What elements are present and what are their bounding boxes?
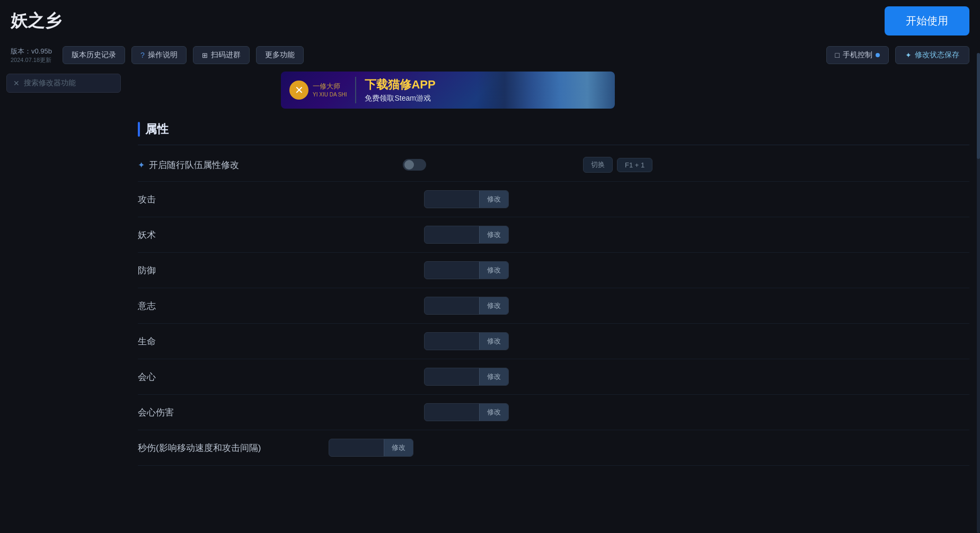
section-title: 属性 <box>145 121 169 137</box>
agility-modify-btn[interactable]: 修改 <box>384 439 413 456</box>
crit-dmg-input-modify: 修改 <box>424 403 509 421</box>
life-input-modify: 修改 <box>424 332 509 350</box>
wrench-ad-icon: ✕ <box>295 84 304 96</box>
crit-dmg-control: 修改 <box>424 403 509 421</box>
life-label: 生命 <box>138 335 286 348</box>
more-label: 更多功能 <box>265 50 295 60</box>
start-button[interactable]: 开始使用 <box>885 6 969 35</box>
save-state-label: 修改状态保存 <box>915 50 959 60</box>
life-modify-btn[interactable]: 修改 <box>479 333 508 350</box>
companion-hotkey-area: 切换 F1 + 1 <box>583 157 652 173</box>
life-control: 修改 <box>424 332 509 350</box>
crit-input[interactable] <box>425 369 479 385</box>
crit-control: 修改 <box>424 368 509 386</box>
ad-logo: ✕ 一修大师 YI XIU DA SHI <box>289 81 347 100</box>
life-input[interactable] <box>425 333 479 349</box>
defense-input-modify: 修改 <box>424 261 509 279</box>
feature-row-defense: 防御 修改 <box>138 253 969 288</box>
sparkle-companion-icon: ✦ <box>138 160 145 170</box>
companion-switch-btn[interactable]: 切换 <box>583 157 613 173</box>
scrollbar-thumb[interactable] <box>977 53 980 159</box>
question-icon: ? <box>140 51 145 59</box>
attack-input-modify: 修改 <box>424 190 509 208</box>
feature-row-crit-dmg: 会心伤害 修改 <box>138 395 969 430</box>
history-label: 版本历史记录 <box>72 50 116 60</box>
magic-modify-btn[interactable]: 修改 <box>479 226 508 243</box>
ad-banner[interactable]: ✕ 一修大师 YI XIU DA SHI 下载猫修APP 免费领取Steam游戏 <box>281 72 615 109</box>
feature-row-will: 意志 修改 <box>138 288 969 324</box>
ad-logo-line1: 一修大师 <box>313 82 347 91</box>
attack-control: 修改 <box>424 190 509 208</box>
scan-group-label: 扫码进群 <box>211 50 241 60</box>
section-accent-bar <box>138 122 140 137</box>
magic-label: 妖术 <box>138 229 286 241</box>
qr-icon: ⊞ <box>202 51 208 59</box>
agility-label: 秒伤(影响移动速度和攻击间隔) <box>138 442 286 454</box>
will-modify-btn[interactable]: 修改 <box>479 297 508 314</box>
agility-control: 修改 <box>329 439 413 457</box>
scrollbar-track[interactable] <box>977 53 980 533</box>
feature-row-agility: 秒伤(影响移动速度和攻击间隔) 修改 <box>138 430 969 466</box>
ad-sub-text: 免费领取Steam游戏 <box>365 94 435 103</box>
crit-input-modify: 修改 <box>424 368 509 386</box>
phone-status-dot <box>876 53 880 57</box>
manual-button[interactable]: ? 操作说明 <box>131 46 187 64</box>
defense-control: 修改 <box>424 261 509 279</box>
defense-input[interactable] <box>425 262 479 278</box>
toolbar: 版本：v0.95b 2024.07.18更新 版本历史记录 ? 操作说明 ⊞ 扫… <box>0 42 980 68</box>
feature-row-toggle-companion: ✦ 开启随行队伍属性修改 切换 F1 + 1 <box>138 148 969 182</box>
feature-row-crit: 会心 修改 <box>138 359 969 395</box>
crit-dmg-modify-btn[interactable]: 修改 <box>479 404 508 421</box>
feature-row-attack: 攻击 修改 <box>138 182 969 217</box>
ad-logo-text: 一修大师 YI XIU DA SHI <box>313 82 347 98</box>
magic-input[interactable] <box>425 227 479 243</box>
search-close-icon: ✕ <box>13 79 20 87</box>
crit-dmg-label: 会心伤害 <box>138 406 286 419</box>
attack-input[interactable] <box>425 191 479 207</box>
feature-row-life: 生命 修改 <box>138 324 969 359</box>
content-area: ✕ 搜索修改器功能 ✕ 一修大师 YI XIU DA SHI 下载猫修APP 免… <box>0 68 980 476</box>
manual-label: 操作说明 <box>148 50 178 60</box>
history-button[interactable]: 版本历史记录 <box>63 46 125 64</box>
defense-modify-btn[interactable]: 修改 <box>479 262 508 279</box>
crit-modify-btn[interactable]: 修改 <box>479 368 508 385</box>
app-title: 妖之乡 <box>11 10 61 33</box>
will-control: 修改 <box>424 297 509 315</box>
ad-images <box>477 72 615 109</box>
phone-control-button[interactable]: □ 手机控制 <box>826 46 889 64</box>
phone-control-label: 手机控制 <box>843 50 872 60</box>
ad-image-placeholder <box>477 72 615 109</box>
crit-label: 会心 <box>138 371 286 383</box>
crit-dmg-input[interactable] <box>425 404 479 420</box>
version-info: 版本：v0.95b 2024.07.18更新 <box>11 47 52 64</box>
will-label: 意志 <box>138 300 286 312</box>
main-content: ✕ 一修大师 YI XIU DA SHI 下载猫修APP 免费领取Steam游戏… <box>127 68 980 476</box>
phone-icon: □ <box>835 51 840 59</box>
ad-divider <box>355 77 356 103</box>
header: 妖之乡 开始使用 <box>0 0 980 42</box>
toggle-companion-control <box>403 159 488 171</box>
section-header: 属性 <box>138 114 969 145</box>
more-functions-button[interactable]: 更多功能 <box>256 46 304 64</box>
ad-text-block: 下载猫修APP 免费领取Steam游戏 <box>365 77 435 103</box>
version-label: 版本：v0.95b <box>11 47 52 56</box>
attack-label: 攻击 <box>138 193 286 206</box>
sparkle-btn-icon: ✦ <box>905 51 912 59</box>
toggle-companion-label-area: ✦ 开启随行队伍属性修改 <box>138 159 403 171</box>
attack-modify-btn[interactable]: 修改 <box>479 191 508 208</box>
will-input[interactable] <box>425 298 479 314</box>
magic-control: 修改 <box>424 226 509 244</box>
save-state-button[interactable]: ✦ 修改状态保存 <box>895 46 969 64</box>
magic-input-modify: 修改 <box>424 226 509 244</box>
sidebar: ✕ 搜索修改器功能 <box>0 68 127 476</box>
companion-toggle[interactable] <box>403 159 426 171</box>
agility-input[interactable] <box>329 440 384 456</box>
search-placeholder-label: 搜索修改器功能 <box>24 78 76 88</box>
search-box[interactable]: ✕ 搜索修改器功能 <box>6 74 121 93</box>
ad-main-text: 下载猫修APP <box>365 77 435 93</box>
toggle-companion-label: 开启随行队伍属性修改 <box>149 159 297 171</box>
agility-input-modify: 修改 <box>329 439 413 457</box>
ad-logo-icon: ✕ <box>289 81 308 100</box>
scan-group-button[interactable]: ⊞ 扫码进群 <box>193 46 250 64</box>
will-input-modify: 修改 <box>424 297 509 315</box>
